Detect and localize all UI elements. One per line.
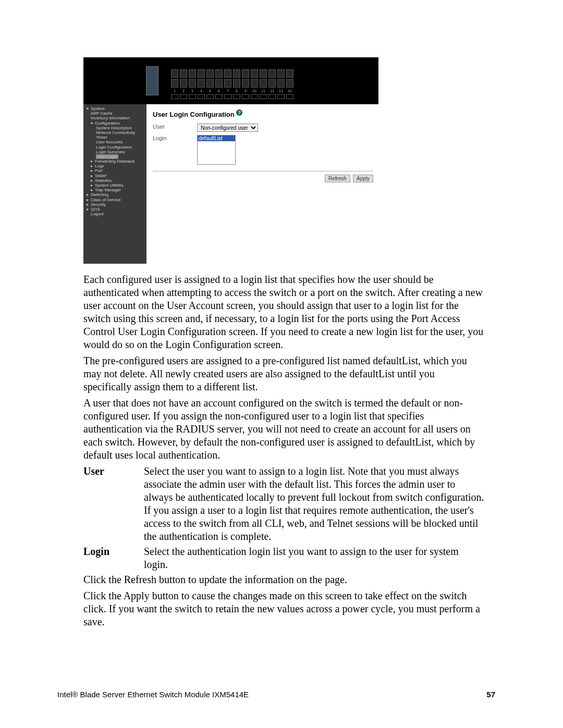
- port-number: 4: [198, 89, 205, 93]
- tree-arrow-icon: ▾: [87, 106, 91, 111]
- nav-item-user-accounts[interactable]: User Accounts: [87, 140, 145, 144]
- port-indicator: [260, 94, 267, 99]
- definition-term: User: [83, 465, 144, 543]
- port-slot: [171, 79, 178, 88]
- port-indicator: [224, 94, 231, 99]
- nav-label: User Login: [96, 154, 118, 159]
- nav-item-snmp[interactable]: ▸SNMP: [87, 174, 145, 178]
- nav-item-system[interactable]: ▾System: [87, 106, 145, 111]
- paragraph: Each configured user is assigned to a lo…: [83, 273, 485, 351]
- port-slot: [233, 79, 240, 88]
- nav-item-logout[interactable]: Logout: [87, 212, 145, 216]
- port-slot: [277, 69, 285, 78]
- tree-arrow-icon: ▾: [91, 121, 95, 126]
- divider: [153, 171, 373, 171]
- button-row: Refresh Apply: [153, 175, 373, 182]
- port-number: 5: [206, 89, 214, 93]
- paragraph: A user that does not have an account con…: [83, 397, 485, 462]
- port-indicator: [180, 94, 187, 99]
- login-list-item[interactable]: defaultList: [198, 135, 235, 141]
- nav-label: Trap Manager: [95, 188, 121, 192]
- nav-label: Forwarding Database: [95, 159, 134, 164]
- port-indicator: [242, 94, 249, 99]
- nav-label: System: [91, 106, 105, 111]
- nav-item-system-utilities[interactable]: ▸System Utilities: [87, 183, 145, 188]
- nav-item-system-description[interactable]: System Description: [87, 126, 145, 130]
- nav-item-arp-cache[interactable]: ARP Cache: [87, 111, 145, 116]
- tree-arrow-icon: ▸: [91, 174, 95, 178]
- nav-label: Configuration: [95, 121, 120, 126]
- port-number: 10: [251, 89, 258, 93]
- port-indicator: [233, 94, 240, 99]
- port-indicator: [189, 94, 196, 99]
- port-indicator: [277, 94, 285, 99]
- nav-label: ARP Cache: [91, 111, 113, 116]
- definition-term: Login: [83, 545, 144, 571]
- definition-row: Login Select the authentication login li…: [83, 545, 485, 571]
- nav-label: Login Configuration: [96, 145, 132, 150]
- apply-button[interactable]: Apply: [353, 175, 373, 182]
- nav-item-network-connectivity[interactable]: Network Connectivity: [87, 130, 145, 135]
- nav-label: Telnet: [96, 135, 107, 140]
- definition-description: Select the authentication login list you…: [144, 545, 485, 571]
- port-number: 6: [215, 89, 223, 93]
- port-slot: [286, 69, 293, 78]
- port-slot: [224, 79, 231, 88]
- switch-module-icon: [146, 66, 158, 95]
- nav-item-user-login[interactable]: User Login: [87, 154, 145, 159]
- nav-item-telnet[interactable]: Telnet: [87, 135, 145, 140]
- port-number: 1: [171, 89, 178, 93]
- port-indicator: [198, 94, 205, 99]
- nav-item-statistics[interactable]: ▸Statistics: [87, 178, 145, 183]
- login-listbox[interactable]: defaultList: [197, 135, 236, 165]
- tree-arrow-icon: ▸: [91, 168, 95, 173]
- nav-item-switching[interactable]: ▸Switching: [87, 192, 145, 197]
- refresh-button[interactable]: Refresh: [325, 175, 350, 182]
- tree-arrow-icon: ▸: [91, 164, 95, 168]
- nav-item-logs[interactable]: ▸Logs: [87, 164, 145, 168]
- nav-item-configuration[interactable]: ▾Configuration: [87, 121, 145, 126]
- nav-label: Logs: [95, 164, 104, 168]
- paragraph: Click the Refresh button to update the i…: [83, 573, 485, 586]
- port-indicator: [206, 94, 214, 99]
- port-slot: [171, 69, 178, 78]
- port-slot: [242, 69, 249, 78]
- nav-item-port[interactable]: ▸Port: [87, 168, 145, 173]
- nav-label: Switching: [91, 192, 108, 197]
- tree-arrow-icon: ▸: [91, 188, 95, 192]
- port-slot: [233, 69, 240, 78]
- nav-item-login-summary[interactable]: Login Summary: [87, 150, 145, 154]
- port-slot: [189, 79, 196, 88]
- nav-item-qos[interactable]: ▸QOS: [87, 207, 145, 212]
- port-number-row: 1 2 3 4 5 6 7 8 9 10 11 12 13 14: [171, 89, 293, 93]
- tree-arrow-icon: ▸: [87, 202, 91, 207]
- port-slot: [251, 79, 258, 88]
- port-slot: [206, 79, 214, 88]
- tree-arrow-icon: ▸: [91, 178, 95, 183]
- user-label: User: [153, 124, 197, 130]
- nav-label: Network Connectivity: [96, 130, 135, 135]
- port-number: 9: [242, 89, 249, 93]
- switch-ui-screenshot: 1 2 3 4 5 6 7 8 9 10 11 12 13 14: [83, 57, 378, 264]
- chassis-header: 1 2 3 4 5 6 7 8 9 10 11 12 13 14: [83, 57, 378, 104]
- nav-label: System Utilities: [95, 183, 124, 188]
- panel-title-text: User Login Configuration: [153, 110, 235, 118]
- nav-label: Statistics: [95, 178, 112, 183]
- port-slot: [268, 79, 276, 88]
- nav-item-login-configuration[interactable]: Login Configuration: [87, 145, 145, 150]
- page-number: 57: [486, 690, 495, 699]
- nav-item-security[interactable]: ▸Security: [87, 202, 145, 207]
- user-select[interactable]: Non-configured user: [197, 124, 258, 132]
- nav-item-inventory-information[interactable]: Inventory Information: [87, 116, 145, 120]
- nav-item-trap-manager[interactable]: ▸Trap Manager: [87, 188, 145, 192]
- port-number: 3: [189, 89, 196, 93]
- help-icon[interactable]: ?: [236, 109, 242, 116]
- nav-label: Logout: [91, 212, 103, 216]
- paragraph: The pre-configured users are assigned to…: [83, 354, 485, 393]
- port-indicator: [251, 94, 258, 99]
- port-slot: [277, 79, 285, 88]
- nav-item-forwarding-database[interactable]: ▸Forwarding Database: [87, 159, 145, 164]
- paragraph: Click the Apply button to cause the chan…: [83, 589, 485, 628]
- nav-item-class-of-service[interactable]: ▸Class of Service: [87, 198, 145, 202]
- tree-arrow-icon: ▸: [91, 159, 95, 164]
